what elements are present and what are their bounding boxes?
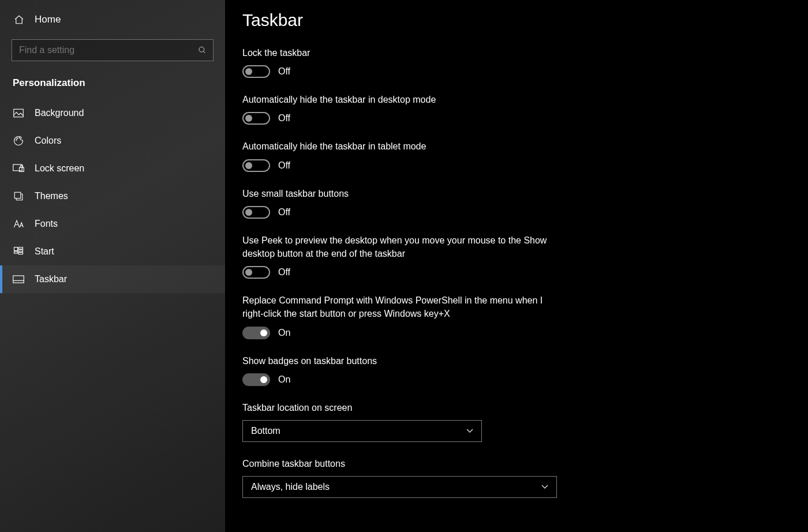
sidebar-item-lock-screen[interactable]: Lock screen	[0, 155, 225, 182]
sidebar-item-label: Taskbar	[35, 274, 67, 284]
setting-label: Replace Command Prompt with Windows Powe…	[242, 294, 566, 320]
sidebar-item-label: Background	[35, 108, 84, 118]
dropdown-value: Always, hide labels	[251, 482, 330, 492]
svg-rect-11	[18, 250, 23, 252]
svg-rect-13	[18, 253, 23, 254]
setting-label: Use Peek to preview the desktop when you…	[242, 234, 566, 260]
home-label: Home	[35, 14, 61, 25]
search-container	[0, 33, 225, 72]
sidebar-item-label: Colors	[35, 136, 61, 146]
svg-line-1	[203, 51, 205, 53]
toggle-peek[interactable]	[242, 266, 270, 279]
search-icon	[198, 46, 207, 55]
setting-label: Use small taskbar buttons	[242, 187, 566, 200]
svg-rect-10	[18, 248, 23, 249]
setting-small-buttons: Use small taskbar buttons Off	[242, 187, 566, 219]
themes-icon	[13, 191, 24, 201]
setting-label: Automatically hide the taskbar in tablet…	[242, 140, 566, 153]
setting-label: Automatically hide the taskbar in deskto…	[242, 93, 566, 106]
svg-point-0	[199, 47, 204, 52]
home-button[interactable]: Home	[0, 6, 225, 33]
sidebar-item-label: Themes	[35, 191, 68, 201]
sidebar-item-themes[interactable]: Themes	[0, 182, 225, 210]
setting-label: Lock the taskbar	[242, 46, 566, 59]
chevron-down-icon	[466, 429, 473, 433]
sidebar-item-colors[interactable]: Colors	[0, 127, 225, 155]
nav-list: Background Colors Lock screen	[0, 99, 225, 293]
svg-rect-14	[13, 276, 24, 283]
setting-label: Combine taskbar buttons	[242, 457, 566, 470]
start-icon	[13, 246, 24, 257]
sidebar-item-fonts[interactable]: Fonts	[0, 210, 225, 238]
toggle-state: Off	[278, 267, 290, 278]
svg-rect-8	[14, 192, 21, 198]
sidebar: Home Personalization Background	[0, 0, 225, 532]
setting-autohide-desktop: Automatically hide the taskbar in deskto…	[242, 93, 566, 125]
toggle-state: On	[278, 374, 290, 385]
toggle-state: On	[278, 328, 290, 338]
dropdown-value: Bottom	[251, 426, 280, 436]
setting-badges: Show badges on taskbar buttons On	[242, 354, 566, 386]
sidebar-item-start[interactable]: Start	[0, 238, 225, 265]
toggle-badges[interactable]	[242, 373, 270, 386]
setting-taskbar-location: Taskbar location on screen Bottom	[242, 401, 566, 442]
toggle-state: Off	[278, 66, 290, 77]
svg-rect-9	[14, 248, 18, 251]
toggle-state: Off	[278, 207, 290, 218]
setting-combine-buttons: Combine taskbar buttons Always, hide lab…	[242, 457, 566, 498]
page-title: Taskbar	[242, 10, 791, 30]
setting-label: Show badges on taskbar buttons	[242, 354, 566, 368]
setting-lock-taskbar: Lock the taskbar Off	[242, 46, 566, 78]
svg-point-3	[16, 140, 17, 141]
svg-point-4	[17, 138, 18, 139]
sidebar-item-label: Fonts	[35, 219, 58, 229]
dropdown-taskbar-location[interactable]: Bottom	[242, 420, 482, 442]
search-input[interactable]	[12, 39, 214, 61]
toggle-lock-taskbar[interactable]	[242, 65, 270, 78]
image-icon	[13, 108, 24, 118]
sidebar-item-label: Lock screen	[35, 163, 84, 174]
svg-point-5	[19, 137, 20, 138]
toggle-autohide-desktop[interactable]	[242, 112, 270, 125]
dropdown-combine-buttons[interactable]: Always, hide labels	[242, 476, 557, 498]
sidebar-item-taskbar[interactable]: Taskbar	[0, 265, 225, 293]
home-icon	[14, 14, 24, 25]
sidebar-item-label: Start	[35, 246, 54, 257]
toggle-small-buttons[interactable]	[242, 206, 270, 219]
fonts-icon	[13, 219, 24, 228]
setting-powershell: Replace Command Prompt with Windows Powe…	[242, 294, 566, 339]
lock-screen-icon	[13, 164, 24, 173]
setting-autohide-tablet: Automatically hide the taskbar in tablet…	[242, 140, 566, 171]
toggle-powershell[interactable]	[242, 327, 270, 339]
setting-label: Taskbar location on screen	[242, 401, 566, 414]
chevron-down-icon	[541, 485, 548, 489]
toggle-state: Off	[278, 113, 290, 123]
palette-icon	[13, 136, 24, 146]
main-content: Taskbar Lock the taskbar Off Automatical…	[225, 0, 808, 532]
setting-peek: Use Peek to preview the desktop when you…	[242, 234, 566, 279]
toggle-state: Off	[278, 160, 290, 171]
sidebar-item-background[interactable]: Background	[0, 99, 225, 127]
svg-rect-12	[14, 252, 18, 253]
section-title: Personalization	[0, 72, 225, 99]
taskbar-icon	[13, 275, 24, 283]
toggle-autohide-tablet[interactable]	[242, 159, 270, 172]
